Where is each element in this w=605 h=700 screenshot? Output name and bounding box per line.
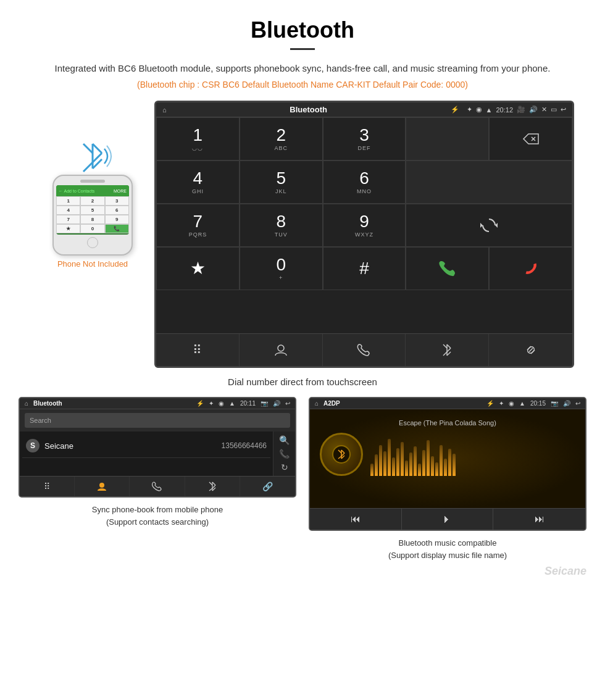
- dialer-key-star[interactable]: ★: [156, 247, 240, 290]
- music-next-btn[interactable]: ⏭: [493, 509, 585, 530]
- phone-key-5: 5: [80, 206, 104, 215]
- camera-icon[interactable]: 🎥: [517, 106, 525, 114]
- dialer-key-6[interactable]: 6 MNO: [323, 160, 406, 204]
- pb-back-icon[interactable]: ↩: [285, 400, 290, 407]
- phonebook-content: S Seicane 13566664466 🔍 📞 ↻: [20, 431, 295, 476]
- phonebook-nav: ⠿ 🔗: [20, 476, 295, 496]
- phone-key-1: 1: [56, 196, 80, 206]
- car-bottom-nav: ⠿: [156, 333, 572, 366]
- music-back-icon[interactable]: ↩: [575, 400, 580, 407]
- music-cam-icon[interactable]: 📷: [551, 400, 558, 407]
- page-title: Bluetooth: [0, 0, 605, 48]
- eq-bar-18: [444, 459, 447, 476]
- music-screen-title: A2DP: [323, 400, 482, 407]
- pb-nav-contacts[interactable]: [75, 477, 130, 496]
- pb-sig-icon: ▲: [229, 400, 235, 407]
- contact-name: Seicane: [44, 441, 222, 451]
- phone-not-included-label: Phone Not Included: [57, 259, 128, 269]
- music-vol-icon[interactable]: 🔊: [563, 400, 570, 407]
- eq-bar-9: [405, 460, 408, 476]
- eq-bar-8: [401, 442, 404, 476]
- large-statusbar: ⌂ Bluetooth ⚡ ✦ ◉ ▲ 20:12 🎥 🔊 ✕ ▭ ↩: [156, 102, 572, 117]
- window-btn[interactable]: ▭: [551, 106, 557, 114]
- music-controls-bar: ⏮ ⏵ ⏭: [310, 508, 585, 530]
- music-home-icon[interactable]: ⌂: [315, 400, 319, 407]
- large-screen-title: Bluetooth: [174, 105, 443, 114]
- usb-icon: ⚡: [451, 106, 459, 114]
- dialer-key-3[interactable]: 3 DEF: [323, 117, 406, 160]
- svg-line-19: [212, 482, 215, 485]
- nav-phone-icon[interactable]: [323, 334, 406, 366]
- dialer-refresh-btn[interactable]: [406, 204, 572, 247]
- eq-bar-5: [388, 439, 391, 476]
- main-caption: Dial number direct from touchscreen: [0, 377, 605, 387]
- pb-phone-icon[interactable]: 📞: [279, 449, 290, 459]
- phonebook-screen: ⌂ Bluetooth ⚡ ✦ ◉ ▲ 20:11 📷 🔊 ↩ Search S: [19, 397, 296, 498]
- music-loc-icon: ◉: [509, 400, 514, 407]
- nav-bluetooth-icon[interactable]: [406, 334, 489, 366]
- eq-bar-4: [383, 451, 386, 476]
- eq-bar-11: [414, 446, 417, 476]
- dialer-backspace-btn[interactable]: [489, 117, 572, 160]
- pb-cam-icon[interactable]: 📷: [261, 400, 268, 407]
- music-play-pause-btn[interactable]: ⏵: [402, 509, 494, 530]
- phonebook-sidebar: 🔍 📞 ↻: [273, 431, 295, 476]
- nav-dialpad-icon[interactable]: ⠿: [156, 334, 240, 366]
- back-icon[interactable]: ↩: [561, 106, 566, 114]
- svg-point-10: [278, 345, 284, 351]
- main-section: ← Add to Contacts MORE 1 2 3 4 5 6 7 8 9…: [0, 101, 605, 368]
- time-display: 20:12: [496, 106, 513, 114]
- phone-key-7: 7: [56, 215, 80, 224]
- pb-home-icon[interactable]: ⌂: [25, 400, 28, 407]
- dialer-key-0[interactable]: 0 +: [240, 247, 323, 290]
- svg-line-13: [447, 348, 451, 352]
- music-caption: Bluetooth music compatible(Support displ…: [388, 537, 507, 561]
- phonebook-caption: Sync phone-book from mobile phone(Suppor…: [92, 504, 223, 528]
- phone-key-8: 8: [80, 215, 104, 224]
- dialer-key-4[interactable]: 4 GHI: [156, 160, 240, 204]
- pb-nav-bt[interactable]: [185, 477, 240, 496]
- home-icon[interactable]: ⌂: [162, 106, 167, 114]
- dialer-key-2[interactable]: 2 ABC: [240, 117, 323, 160]
- phone-key-star: ★: [56, 224, 80, 233]
- pb-loc-icon: ◉: [219, 400, 224, 407]
- dialer-key-8[interactable]: 8 TUV: [240, 204, 323, 247]
- music-prev-btn[interactable]: ⏮: [310, 509, 402, 530]
- phone-key-4: 4: [56, 206, 80, 215]
- pb-nav-dialpad[interactable]: ⠿: [20, 477, 75, 496]
- contact-row-seicane[interactable]: S Seicane 13566664466: [22, 434, 270, 458]
- dialer-hangup-btn[interactable]: [489, 247, 572, 290]
- eq-bar-1: [370, 464, 373, 476]
- search-input-display[interactable]: Search: [25, 413, 290, 428]
- pb-vol-icon[interactable]: 🔊: [273, 400, 280, 407]
- pb-time: 20:11: [240, 400, 256, 407]
- dialer-key-7[interactable]: 7 PQRS: [156, 204, 240, 247]
- dialer-call-btn[interactable]: [406, 247, 489, 290]
- car-dialer-area: 1 ◡◡ 2 ABC 3 DEF 4 GHI: [156, 117, 572, 333]
- phonebook-statusbar: ⌂ Bluetooth ⚡ ✦ ◉ ▲ 20:11 📷 🔊 ↩: [20, 398, 295, 409]
- dialer-display-area: [406, 117, 489, 160]
- dialer-key-1[interactable]: 1 ◡◡: [156, 117, 240, 160]
- phone-mockup-wrapper: ← Add to Contacts MORE 1 2 3 4 5 6 7 8 9…: [31, 101, 154, 269]
- phone-key-3: 3: [105, 196, 129, 206]
- pb-nav-link[interactable]: 🔗: [240, 477, 295, 496]
- nav-contacts-icon[interactable]: [240, 334, 323, 366]
- pb-refresh-icon[interactable]: ↻: [281, 462, 288, 472]
- title-divider: [290, 48, 315, 50]
- pb-nav-phone[interactable]: [130, 477, 185, 496]
- dialer-empty-row2: [406, 160, 572, 204]
- close-btn[interactable]: ✕: [541, 106, 547, 114]
- dialer-key-9[interactable]: 9 WXYZ: [323, 204, 406, 247]
- volume-icon[interactable]: 🔊: [529, 106, 538, 114]
- dialer-key-hash[interactable]: #: [323, 247, 406, 290]
- nav-link-icon[interactable]: [489, 334, 572, 366]
- svg-line-23: [209, 488, 212, 491]
- pb-search-icon[interactable]: 🔍: [279, 435, 290, 445]
- dialer-key-5[interactable]: 5 JKL: [240, 160, 323, 204]
- eq-bar-7: [396, 448, 399, 476]
- phone-dialer: 1 2 3 4 5 6 7 8 9 ★ 0 📞: [56, 196, 129, 233]
- phone-key-2: 2: [80, 196, 104, 206]
- music-usb-icon: ⚡: [486, 400, 494, 407]
- svg-point-17: [99, 483, 104, 488]
- music-album-art: [320, 433, 363, 476]
